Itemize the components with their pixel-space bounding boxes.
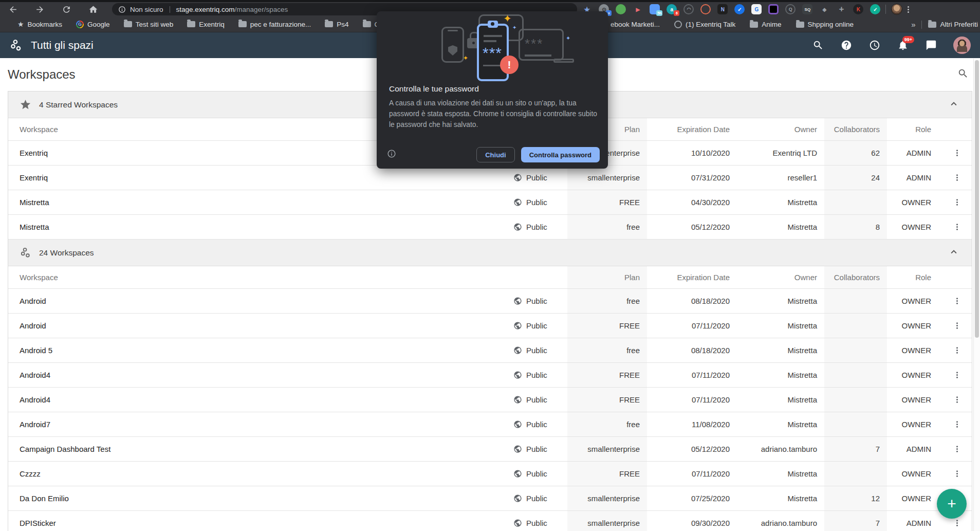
plan-cell: smallenterprise bbox=[567, 511, 647, 531]
table-row[interactable]: Da Don EmilioPublicsmallenterprise07/25/… bbox=[8, 486, 972, 511]
add-workspace-fab[interactable]: + bbox=[937, 489, 967, 519]
bookmark-item[interactable]: Shpping online bbox=[796, 21, 854, 28]
table-search-icon[interactable] bbox=[957, 68, 969, 81]
globe-icon bbox=[513, 445, 522, 453]
row-menu-icon[interactable] bbox=[942, 388, 972, 412]
row-menu-icon[interactable] bbox=[942, 166, 972, 190]
app-header-icons: 99+ bbox=[812, 36, 971, 54]
q-ring-extension-icon[interactable]: Q bbox=[785, 4, 796, 14]
notifications-bell-icon[interactable]: 99+ bbox=[897, 39, 909, 51]
column-header-collaborators: Collaborators bbox=[824, 266, 887, 288]
dropbox-extension-icon[interactable]: ◆ bbox=[819, 4, 829, 14]
translate-extension-icon[interactable]: G bbox=[751, 4, 762, 14]
table-row[interactable]: Android7Publicfree11/08/2020MistrettaOWN… bbox=[8, 412, 972, 437]
row-menu-icon[interactable] bbox=[942, 363, 972, 387]
check-passwords-button[interactable]: Controlla password bbox=[521, 147, 600, 162]
bookmark-item[interactable]: ★Bookmarks bbox=[17, 20, 62, 28]
role-cell: OWNER bbox=[887, 395, 942, 404]
star-icon: ★ bbox=[17, 20, 24, 28]
column-header-expiration: Expiration Date bbox=[647, 125, 737, 134]
scrollbar-thumb[interactable] bbox=[975, 60, 979, 338]
history-clock-icon[interactable] bbox=[868, 39, 881, 51]
row-menu-icon[interactable] bbox=[942, 141, 972, 165]
dialog-footer: Chiudi Controlla password bbox=[377, 147, 600, 162]
bookmark-item[interactable]: ebook Marketi... bbox=[611, 21, 660, 28]
pink-arrow-extension-icon[interactable]: ▶ bbox=[633, 4, 643, 14]
row-menu-icon[interactable] bbox=[942, 215, 972, 239]
table-row[interactable]: AndroidPublicfree08/18/2020MistrettaOWNE… bbox=[8, 289, 972, 314]
table-row[interactable]: Android 5Publicfree08/18/2020MistrettaOW… bbox=[8, 338, 972, 363]
close-button[interactable]: Chiudi bbox=[476, 147, 514, 162]
teal-shield-extension-icon[interactable]: ✓ bbox=[870, 4, 880, 14]
k-red-extension-icon[interactable]: K bbox=[853, 4, 863, 14]
sq-extension-icon[interactable]: SQ bbox=[802, 4, 812, 14]
globe-icon bbox=[513, 173, 522, 182]
table-row[interactable]: Campaign Dashboard TestPublicsmallenterp… bbox=[8, 437, 972, 462]
row-menu-icon[interactable] bbox=[942, 462, 972, 486]
table-row[interactable]: AndroidPublicFREE07/11/2020MistrettaOWNE… bbox=[8, 314, 972, 338]
bookmark-item[interactable]: pec e fatturazione... bbox=[238, 21, 311, 28]
help-icon[interactable] bbox=[840, 39, 853, 51]
visibility-cell: Public bbox=[513, 314, 567, 338]
collapse-chevron-icon[interactable] bbox=[948, 246, 959, 260]
notion-extension-icon[interactable]: N bbox=[717, 4, 728, 14]
back-icon[interactable] bbox=[5, 3, 21, 15]
collaborators-cell: 62 bbox=[824, 141, 887, 165]
toolbar-divider bbox=[885, 5, 886, 14]
bookmark-item[interactable]: Exentriq bbox=[187, 21, 225, 28]
bookmarks-end-group: » Altri Preferiti bbox=[911, 16, 978, 32]
other-bookmarks-folder[interactable]: Altri Preferiti bbox=[928, 21, 978, 28]
expiration-cell: 07/31/2020 bbox=[647, 173, 737, 182]
table-row[interactable]: ExentriqPublicsmallenterprise07/31/2020r… bbox=[8, 166, 972, 190]
table-row[interactable]: MistrettaPublicFREE04/30/2020MistrettaOW… bbox=[8, 190, 972, 215]
collapse-chevron-icon[interactable] bbox=[948, 98, 959, 112]
browser-menu-icon[interactable] bbox=[908, 6, 909, 13]
dark-ring-extension-icon[interactable]: ◠ bbox=[683, 4, 694, 14]
plan-cell: FREE bbox=[567, 190, 647, 214]
plan-cell: smallenterprise bbox=[567, 486, 647, 510]
bookmark-item[interactable]: (1) Exentriq Talk bbox=[674, 21, 735, 28]
folder-icon bbox=[187, 21, 195, 27]
app-title: Tutti gli spazi bbox=[31, 39, 94, 51]
section-header-all[interactable]: 24 Workspaces bbox=[8, 240, 972, 266]
table-row[interactable]: MistrettaPublicfree05/12/2020Mistretta8O… bbox=[8, 215, 972, 240]
row-menu-icon[interactable] bbox=[942, 190, 972, 214]
search-icon[interactable] bbox=[812, 39, 824, 51]
bookmark-label: Anime bbox=[762, 21, 781, 28]
row-menu-icon[interactable] bbox=[942, 338, 972, 362]
crosshair-extension-icon[interactable]: + bbox=[836, 4, 846, 14]
visibility-cell: Public bbox=[513, 388, 567, 412]
row-menu-icon[interactable] bbox=[942, 314, 972, 338]
table-row[interactable]: CzzzzPublicFREE07/11/2020MistrettaOWNER bbox=[8, 462, 972, 486]
table-row[interactable]: Android4PublicFREE07/11/2020MistrettaOWN… bbox=[8, 388, 972, 412]
reload-icon[interactable] bbox=[59, 3, 74, 15]
bookmark-item[interactable]: Google bbox=[76, 21, 110, 28]
column-header-expiration: Expiration Date bbox=[647, 273, 737, 282]
bookmark-item[interactable]: Test siti web bbox=[124, 21, 174, 28]
orange-ring-extension-icon[interactable] bbox=[700, 4, 711, 14]
row-menu-icon[interactable] bbox=[942, 437, 972, 461]
column-header-owner: Owner bbox=[737, 273, 824, 282]
dark-camera-extension-icon[interactable] bbox=[768, 4, 779, 14]
user-avatar[interactable] bbox=[953, 36, 971, 54]
blue-check-extension-icon[interactable]: ✓ bbox=[734, 4, 745, 14]
teal-a-extension-icon[interactable]: a6 bbox=[667, 4, 677, 14]
chat-icon[interactable] bbox=[925, 39, 937, 51]
bookmark-item[interactable]: Ps4 bbox=[325, 21, 348, 28]
collaborators-cell: 7 bbox=[824, 437, 887, 461]
globe-icon bbox=[513, 469, 522, 478]
forward-icon[interactable] bbox=[32, 3, 47, 15]
table-row[interactable]: Android4PublicFREE07/11/2020MistrettaOWN… bbox=[8, 363, 972, 388]
table-row[interactable]: DPIStickerPublicsmallenterprise09/30/202… bbox=[8, 511, 972, 531]
green-thumb-extension-icon[interactable] bbox=[616, 4, 626, 14]
row-menu-icon[interactable] bbox=[942, 289, 972, 313]
browser-profile-avatar[interactable] bbox=[891, 4, 902, 15]
info-icon[interactable] bbox=[387, 149, 396, 160]
bookmark-item[interactable]: Anime bbox=[750, 21, 781, 28]
home-icon[interactable] bbox=[85, 3, 101, 15]
page-scrollbar[interactable] bbox=[973, 59, 980, 531]
bookmarks-overflow-icon[interactable]: » bbox=[911, 20, 915, 29]
row-menu-icon[interactable] bbox=[942, 412, 972, 436]
blue-folder-extension-icon[interactable]: 5h bbox=[650, 4, 660, 14]
expiration-cell: 07/11/2020 bbox=[647, 469, 737, 478]
